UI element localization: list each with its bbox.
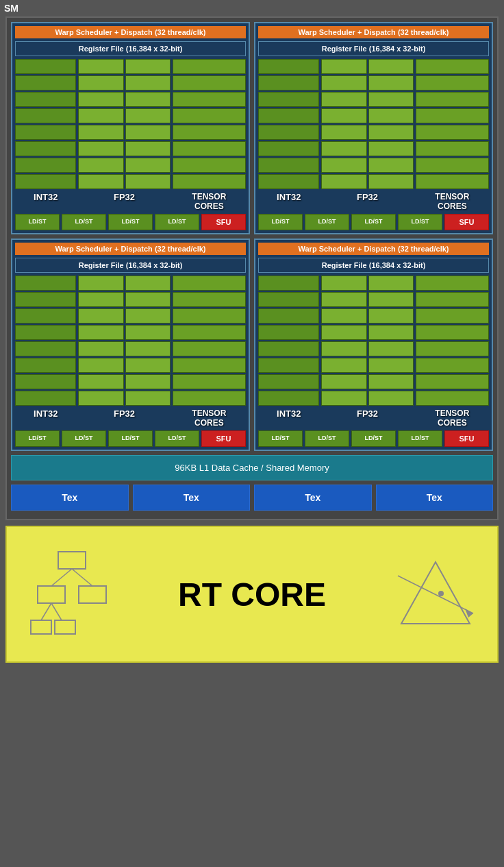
fp32-cell [78, 75, 123, 90]
fp32-cell [78, 59, 123, 74]
int32-grid [15, 59, 76, 189]
ldst-cell: LD/ST [15, 430, 60, 447]
sfu-cell: SFU [444, 430, 489, 447]
fp32-cell [321, 374, 366, 389]
ldst-cell: LD/ST [155, 430, 199, 447]
warp-scheduler: Warp Scheduler + Dispatch (32 thread/clk… [15, 243, 246, 255]
int32-grid [258, 276, 319, 406]
fp32-cell [321, 341, 366, 356]
svg-line-2 [72, 569, 92, 586]
tensor-cell [416, 325, 489, 340]
int32-cell [258, 391, 319, 406]
tensor-cell [173, 108, 246, 123]
ldst-cell: LD/ST [258, 430, 303, 447]
tensor-cell [173, 59, 246, 74]
tensor-cell [416, 292, 489, 307]
fp32-cell [368, 92, 414, 107]
fp32-cell [78, 141, 123, 156]
int32-block: INT32 [15, 276, 76, 428]
tensor-cell [173, 308, 246, 323]
fp32-block: FP32 [321, 59, 413, 211]
tensor-grid [173, 59, 246, 189]
int32-block: INT32 [258, 59, 319, 211]
fp32-cell [125, 108, 171, 123]
svg-rect-3 [38, 586, 65, 603]
tensor-cell [173, 391, 246, 406]
svg-rect-7 [31, 620, 51, 634]
svg-rect-4 [79, 586, 106, 603]
int32-label: INT32 [258, 408, 319, 419]
int32-cell [15, 276, 76, 291]
warp-scheduler: Warp Scheduler + Dispatch (32 thread/clk… [15, 26, 246, 38]
fp32-cell [368, 391, 414, 406]
fp32-cell [368, 374, 414, 389]
l1-cache: 96KB L1 Data Cache / Shared Memory [11, 455, 493, 480]
fp32-cell [125, 292, 171, 307]
bottom-row: LD/STLD/STLD/STLD/ST SFU [258, 430, 489, 447]
svg-rect-8 [55, 620, 75, 634]
ldst-cell: LD/ST [305, 430, 349, 447]
tensor-label: TENSORCORES [416, 408, 489, 428]
register-file: Register File (16,384 x 32-bit) [258, 258, 489, 273]
fp32-cell [78, 108, 123, 123]
sfu-cell: SFU [201, 430, 246, 447]
warp-scheduler: Warp Scheduler + Dispatch (32 thread/clk… [258, 26, 489, 38]
int32-cell [258, 308, 319, 323]
int32-label: INT32 [15, 408, 76, 419]
tensor-label: TENSORCORES [173, 192, 246, 211]
tensor-block: TENSORCORES [416, 276, 489, 428]
tensor-cell [416, 374, 489, 389]
tensor-cell [416, 341, 489, 356]
svg-rect-0 [58, 552, 86, 569]
ldst-cell: LD/ST [398, 430, 442, 447]
fp32-label: FP32 [78, 408, 170, 419]
tex-cell-3: Tex [376, 485, 494, 511]
fp32-cell [125, 391, 171, 406]
fp32-grid [78, 276, 170, 406]
fp32-cell [321, 358, 366, 373]
int32-cell [258, 108, 319, 123]
int32-grid [15, 276, 76, 406]
fp32-cell [321, 308, 366, 323]
int32-cell [15, 325, 76, 340]
int32-cell [258, 292, 319, 307]
svg-line-1 [51, 569, 72, 586]
units-area: INT32 FP32 TENSORCORES [258, 276, 489, 428]
fp32-cell [125, 125, 171, 140]
svg-marker-9 [401, 562, 470, 624]
fp32-cell [321, 391, 366, 406]
fp32-grid [321, 276, 413, 406]
fp32-cell [125, 325, 171, 340]
register-file: Register File (16,384 x 32-bit) [258, 41, 489, 56]
fp32-cell [368, 341, 414, 356]
ldst-cell: LD/ST [351, 214, 396, 230]
fp32-cell [321, 125, 366, 140]
tensor-grid [416, 276, 489, 406]
fp32-block: FP32 [78, 276, 170, 428]
fp32-cell [78, 276, 123, 291]
fp32-cell [321, 108, 366, 123]
fp32-cell [125, 158, 171, 173]
register-file: Register File (16,384 x 32-bit) [15, 258, 246, 273]
sfu-cell: SFU [444, 214, 489, 230]
int32-cell [15, 308, 76, 323]
tensor-cell [416, 174, 489, 189]
int32-cell [258, 174, 319, 189]
quadrant-1: Warp Scheduler + Dispatch (32 thread/clk… [254, 22, 493, 234]
bottom-row: LD/STLD/STLD/STLD/ST SFU [15, 214, 246, 230]
int32-cell [15, 108, 76, 123]
svg-line-5 [41, 603, 51, 620]
tensor-cell [173, 141, 246, 156]
fp32-cell [125, 358, 171, 373]
tensor-cell [416, 308, 489, 323]
fp32-label: FP32 [321, 408, 413, 419]
tensor-cell [416, 59, 489, 74]
fp32-cell [78, 325, 123, 340]
fp32-cell [321, 75, 366, 90]
fp32-block: FP32 [78, 59, 170, 211]
tensor-block: TENSORCORES [173, 276, 246, 428]
int32-cell [258, 325, 319, 340]
ldst-cell: LD/ST [258, 214, 303, 230]
sm-label: SM [0, 0, 504, 16]
fp32-cell [321, 292, 366, 307]
